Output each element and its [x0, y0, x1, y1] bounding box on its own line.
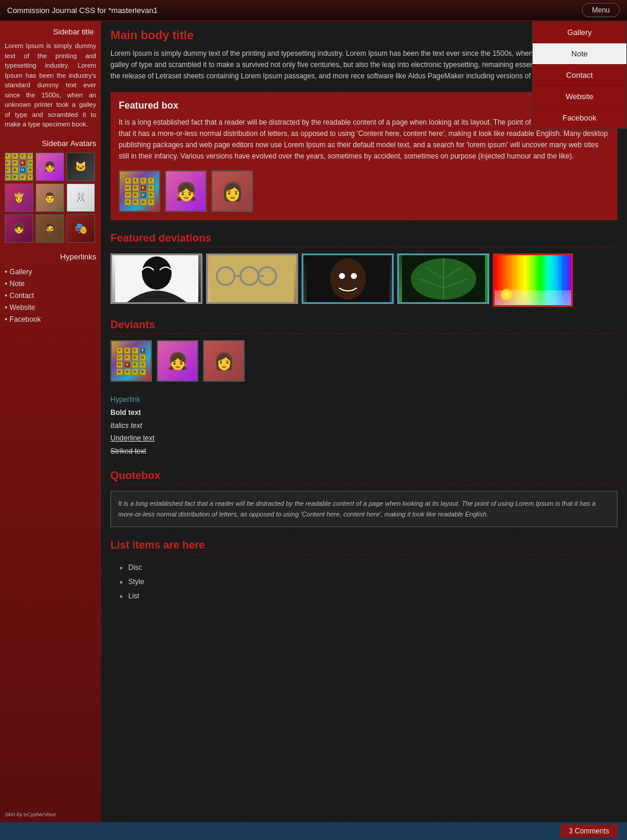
- deviation-3[interactable]: [302, 253, 394, 304]
- featured-avatar-3[interactable]: 👩: [211, 170, 253, 212]
- avatar-row-3: 👧 🧔 🎭: [5, 214, 96, 243]
- menu-item-website[interactable]: Website: [533, 86, 626, 107]
- header-title: Commission Journal CSS for *masterlevan1: [7, 6, 158, 15]
- svg-rect-2: [211, 255, 294, 302]
- hyperlink-sample[interactable]: Hyperlink: [110, 395, 140, 404]
- deviation-4[interactable]: [397, 253, 489, 304]
- svg-point-10: [339, 273, 345, 279]
- deviation-5[interactable]: [493, 253, 573, 307]
- list-items: Disc Style List: [128, 560, 618, 603]
- deviant-2[interactable]: 👧: [157, 340, 198, 382]
- avatar-photo1[interactable]: 👨: [36, 183, 64, 212]
- hyperlinks-title: Hyperlinks: [5, 252, 96, 261]
- list-item-1: Disc: [128, 560, 618, 575]
- featured-avatars: YSCT HPEO URUR ORGV 👧 👩: [119, 170, 609, 212]
- header: Commission Journal CSS for *masterlevan1…: [0, 0, 627, 21]
- quotebox-section: Quotebox It is a long established fact t…: [110, 470, 618, 527]
- deviant-1[interactable]: YSCT UPEH HVRO ROOR: [110, 340, 152, 382]
- menu-item-gallery[interactable]: Gallery: [533, 22, 626, 43]
- avatar-scrabble[interactable]: YSCT HPEO URUR ORGV: [5, 153, 33, 181]
- striked-text-sample: Striked text: [110, 447, 146, 455]
- sidebar-link-website[interactable]: Website: [5, 302, 96, 313]
- sidebar: Sidebar title Lorem Ipsum is simply dumm…: [0, 21, 101, 822]
- sidebar-link-gallery[interactable]: Gallery: [5, 266, 96, 278]
- list-section: List items are here Disc Style List: [110, 539, 618, 603]
- deviants-grid: YSCT UPEH HVRO ROOR 👧 👩: [110, 340, 618, 382]
- comments-button[interactable]: 3 Comments: [560, 825, 618, 838]
- avatar-photo2[interactable]: 🧔: [36, 214, 64, 243]
- underline-text-sample: Underline text: [110, 434, 154, 442]
- featured-avatar-2[interactable]: 👧: [165, 170, 207, 212]
- svg-point-11: [351, 273, 357, 279]
- avatar-bunny[interactable]: 🐰: [66, 183, 95, 212]
- quotebox: It is a long established fact that a rea…: [110, 491, 618, 527]
- deviant-3[interactable]: 👩: [203, 340, 245, 382]
- svg-point-1: [142, 256, 172, 290]
- layout: Sidebar title Lorem Ipsum is simply dumm…: [0, 21, 627, 822]
- featured-deviations-title: Featured deviations: [110, 232, 618, 248]
- avatar-anime2[interactable]: 👸: [5, 183, 33, 212]
- deviants-title: Deviants: [110, 319, 618, 334]
- deviation-2[interactable]: [206, 253, 298, 304]
- list-title: List items are here: [110, 539, 618, 554]
- svg-point-9: [330, 258, 366, 300]
- sidebar-avatars-title: Sidebar Avatars: [5, 139, 96, 148]
- deviations-grid: [110, 253, 618, 307]
- avatar-dark1[interactable]: 🐱: [66, 153, 95, 181]
- sidebar-lorem-text: Lorem Ipsum is simply dummy text of the …: [5, 41, 96, 129]
- sidebar-link-note[interactable]: Note: [5, 278, 96, 290]
- bold-text-sample: Bold text: [110, 408, 141, 417]
- footer: 3 Comments: [0, 822, 627, 840]
- skin-credit: Skin by eCypherVisor: [5, 812, 56, 817]
- avatar-row-2: 👸 👨 🐰: [5, 183, 96, 212]
- dropdown-menu: Gallery Note Contact Website Facebook: [532, 21, 627, 129]
- menu-item-contact[interactable]: Contact: [533, 65, 626, 86]
- main-content: Main body title Lorem Ipsum is simply du…: [101, 21, 627, 822]
- featured-avatar-1[interactable]: YSCT HPEO URUR ORGV: [119, 170, 160, 212]
- sidebar-link-facebook[interactable]: Facebook: [5, 313, 96, 325]
- sidebar-title: Sidebar title: [5, 27, 96, 36]
- menu-item-facebook[interactable]: Facebook: [533, 107, 626, 128]
- text-samples: Hyperlink Bold text Italics text Underli…: [110, 394, 618, 458]
- menu-item-note[interactable]: Note: [533, 43, 626, 65]
- quotebox-title: Quotebox: [110, 470, 618, 485]
- avatar-anime3[interactable]: 👧: [5, 214, 33, 243]
- avatar-anime1[interactable]: 👧: [36, 153, 64, 181]
- sidebar-link-contact[interactable]: Contact: [5, 290, 96, 302]
- deviation-1[interactable]: [110, 253, 202, 304]
- avatar-row-1: YSCT HPEO URUR ORGV 👧 🐱: [5, 153, 96, 181]
- avatar-dark2[interactable]: 🎭: [66, 214, 95, 243]
- list-item-3: List: [128, 589, 618, 603]
- menu-button[interactable]: Menu: [582, 3, 620, 17]
- italics-text-sample: Italics text: [110, 421, 142, 430]
- list-item-2: Style: [128, 575, 618, 589]
